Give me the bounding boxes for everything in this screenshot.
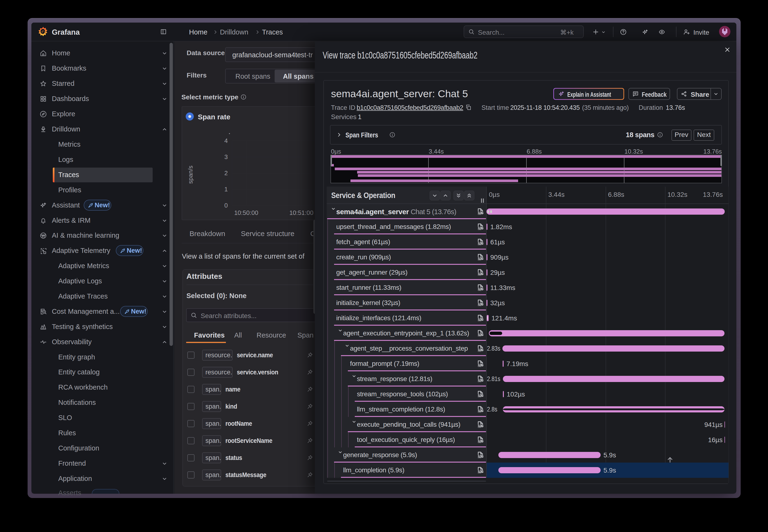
svg-text:k6: k6 [42,327,44,329]
